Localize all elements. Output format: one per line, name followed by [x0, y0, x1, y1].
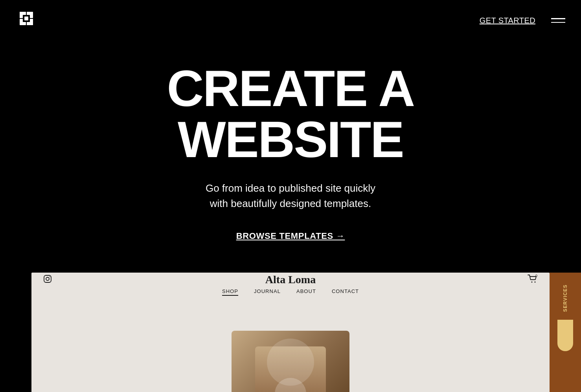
hero-title-line2: WEBSITE	[178, 111, 403, 168]
header-get-started-link[interactable]: GET STARTED	[480, 16, 535, 25]
template-nav-item-shop[interactable]: SHOP	[222, 288, 238, 296]
template-nav-item-journal[interactable]: JOURNAL	[254, 288, 281, 296]
svg-point-10	[531, 281, 533, 282]
template-card-main: Alta Loma 0 SHOP JOURNAL ABOUT CONTACT	[31, 273, 550, 392]
hero-title-line1: CREATE A	[167, 60, 414, 117]
logo[interactable]	[16, 8, 39, 33]
browse-templates-link[interactable]: BROWSE TEMPLATES →	[236, 231, 345, 241]
svg-point-8	[46, 277, 49, 280]
svg-rect-7	[44, 275, 51, 282]
template-nav-menu: SHOP JOURNAL ABOUT CONTACT	[31, 288, 550, 296]
template-nav: Alta Loma 0	[31, 273, 550, 287]
header-actions: GET STARTED	[480, 16, 565, 25]
hamburger-line-2	[551, 22, 565, 23]
site-header: GET STARTED	[0, 0, 581, 41]
template-side-panel: Services	[550, 273, 581, 392]
svg-point-9	[50, 276, 50, 277]
hamburger-menu-button[interactable]	[551, 18, 565, 23]
template-product-image	[232, 331, 349, 392]
template-brand-name: Alta Loma	[265, 273, 316, 286]
svg-point-11	[535, 281, 536, 282]
hero-subtitle: Go from idea to published site quickly w…	[196, 181, 385, 211]
side-yellow-accent	[557, 320, 573, 351]
side-panel-label: Services	[563, 280, 568, 316]
hero-title: CREATE A WEBSITE	[167, 63, 414, 165]
hamburger-line-1	[551, 18, 565, 19]
instagram-icon	[43, 275, 52, 285]
svg-rect-6	[24, 16, 28, 20]
template-nav-item-contact[interactable]: CONTACT	[332, 288, 359, 296]
cart-icon: 0	[528, 275, 538, 285]
template-content-area	[31, 296, 550, 392]
svg-text:0: 0	[535, 275, 537, 278]
template-preview-section: Alta Loma 0 SHOP JOURNAL ABOUT CONTACT	[0, 273, 581, 392]
hero-section: CREATE A WEBSITE Go from idea to publish…	[0, 0, 581, 273]
template-nav-item-about[interactable]: ABOUT	[296, 288, 316, 296]
